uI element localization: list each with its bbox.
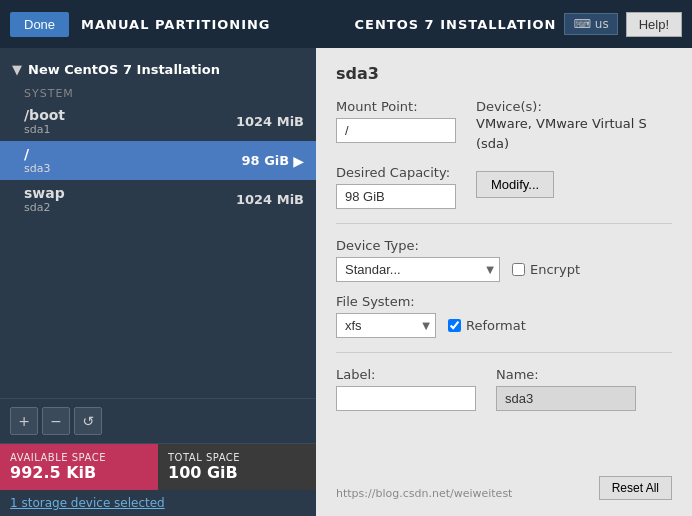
encrypt-text: Encrypt [530,262,580,277]
partition-size-swap: 1024 MiB [236,192,304,207]
partition-item-boot-left: /boot sda1 [24,107,65,136]
space-info: AVAILABLE SPACE 992.5 KiB TOTAL SPACE 10… [0,443,316,490]
mount-devices-row: Mount Point: Device(s): VMware, VMware V… [336,99,672,153]
partition-item-root-left: / sda3 [24,146,50,175]
file-system-select-wrapper: xfs ext4 ext3 ext2 vfat swap ▼ [336,313,436,338]
mount-point-label: Mount Point: [336,99,456,114]
partition-item-root[interactable]: / sda3 98 GiB ▶ [0,141,316,180]
bottom-row: https://blog.csdn.net/weiweitest Reset A… [336,423,672,500]
file-system-row: xfs ext4 ext3 ext2 vfat swap ▼ Reformat [336,313,672,338]
refresh-button[interactable]: ↺ [74,407,102,435]
done-button[interactable]: Done [10,12,69,37]
total-space-box: TOTAL SPACE 100 GiB [158,444,316,490]
name-label: Name: [496,367,636,382]
reformat-text: Reformat [466,318,526,333]
divider-1 [336,223,672,224]
partition-item-swap[interactable]: swap sda2 1024 MiB [0,180,316,219]
partition-name-swap: swap [24,185,65,201]
device-type-label: Device Type: [336,238,672,253]
device-type-group: Device Type: Standar... BTRFS LVM LVM Th… [336,238,672,282]
partition-name-root: / [24,146,50,162]
partition-name-boot: /boot [24,107,65,123]
file-system-select[interactable]: xfs ext4 ext3 ext2 vfat swap [336,313,436,338]
partition-tree: ▼ New CentOS 7 Installation SYSTEM /boot… [0,48,316,398]
keyboard-indicator[interactable]: ⌨ us [564,13,617,35]
device-type-row: Standar... BTRFS LVM LVM Thin Provisioni… [336,257,672,282]
available-label: AVAILABLE SPACE [10,452,148,463]
label-name-row: Label: Name: [336,367,672,411]
partition-item-boot[interactable]: /boot sda1 1024 MiB [0,102,316,141]
mount-point-group: Mount Point: [336,99,456,143]
desired-capacity-group: Desired Capacity: [336,165,456,209]
main-content: ▼ New CentOS 7 Installation SYSTEM /boot… [0,48,692,516]
total-value: 100 GiB [168,463,306,482]
keyboard-icon: ⌨ [573,17,590,31]
centos-title: CENTOS 7 INSTALLATION [355,17,557,32]
bottom-controls: + − ↺ [0,398,316,443]
top-bar: Done MANUAL PARTITIONING CENTOS 7 INSTAL… [0,0,692,48]
label-input[interactable] [336,386,476,411]
partition-dev-boot: sda1 [24,123,65,136]
page-title: MANUAL PARTITIONING [81,17,270,32]
system-label: SYSTEM [0,83,316,102]
devices-label: Device(s): [476,99,672,114]
name-group: Name: [496,367,636,411]
tree-header: ▼ New CentOS 7 Installation [0,56,316,83]
label-label: Label: [336,367,476,382]
tree-header-label: New CentOS 7 Installation [28,62,220,77]
encrypt-checkbox[interactable] [512,263,525,276]
reformat-checkbox[interactable] [448,319,461,332]
add-button[interactable]: + [10,407,38,435]
left-panel: ▼ New CentOS 7 Installation SYSTEM /boot… [0,48,316,516]
name-input[interactable] [496,386,636,411]
file-system-label: File System: [336,294,672,309]
label-group: Label: [336,367,476,411]
partition-dev-swap: sda2 [24,201,65,214]
reformat-label[interactable]: Reformat [448,318,526,333]
device-type-select[interactable]: Standar... BTRFS LVM LVM Thin Provisioni… [336,257,500,282]
partition-dev-root: sda3 [24,162,50,175]
available-space-box: AVAILABLE SPACE 992.5 KiB [0,444,158,490]
available-value: 992.5 KiB [10,463,148,482]
partition-arrow-root: ▶ [293,153,304,169]
right-panel: sda3 Mount Point: Device(s): VMware, VMw… [316,48,692,516]
storage-link[interactable]: 1 storage device selected [0,490,316,516]
devices-text: VMware, VMware Virtual S (sda) [476,114,672,153]
modify-button[interactable]: Modify... [476,171,554,198]
partition-size-boot: 1024 MiB [236,114,304,129]
mount-point-input[interactable] [336,118,456,143]
help-button[interactable]: Help! [626,12,682,37]
modify-wrapper: Modify... [476,165,554,200]
keyboard-lang: us [595,17,609,31]
tree-arrow: ▼ [12,62,22,77]
detail-section-title: sda3 [336,64,672,83]
partition-size-root-wrapper: 98 GiB ▶ [242,153,304,169]
capacity-modify-row: Desired Capacity: Modify... [336,165,672,209]
file-system-group: File System: xfs ext4 ext3 ext2 vfat swa… [336,294,672,338]
total-label: TOTAL SPACE [168,452,306,463]
remove-button[interactable]: − [42,407,70,435]
desired-capacity-label: Desired Capacity: [336,165,456,180]
desired-capacity-input[interactable] [336,184,456,209]
device-type-select-wrapper: Standar... BTRFS LVM LVM Thin Provisioni… [336,257,500,282]
top-bar-right: CENTOS 7 INSTALLATION ⌨ us Help! [355,12,682,37]
url-text: https://blog.csdn.net/weiweitest [336,487,512,500]
partition-item-swap-left: swap sda2 [24,185,65,214]
reset-all-button[interactable]: Reset All [599,476,672,500]
partition-size-root: 98 GiB [242,153,290,168]
devices-section: Device(s): VMware, VMware Virtual S (sda… [476,99,672,153]
encrypt-label[interactable]: Encrypt [512,262,580,277]
divider-2 [336,352,672,353]
